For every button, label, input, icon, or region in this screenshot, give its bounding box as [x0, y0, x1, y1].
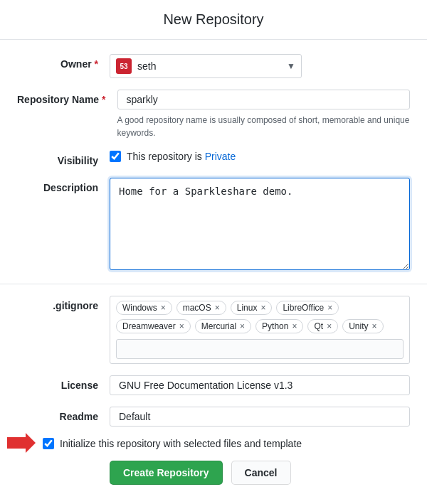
- tag-libreoffice[interactable]: LibreOffice×: [276, 301, 339, 315]
- create-repository-button[interactable]: Create Repository: [110, 461, 223, 485]
- tag-label-windows: Windows: [122, 303, 157, 313]
- description-label: Description: [17, 178, 110, 193]
- owner-avatar: 53: [116, 58, 132, 74]
- tag-macos[interactable]: macOS×: [176, 301, 226, 315]
- tag-label-macos: macOS: [183, 303, 211, 313]
- tag-label-libreoffice: LibreOffice: [283, 303, 324, 313]
- tag-remove-unity[interactable]: ×: [371, 322, 376, 331]
- description-group: Description Home for a Sparkleshare demo…: [0, 178, 427, 272]
- page-container: New Repository Owner * 53 seth ▼ Reposit…: [0, 0, 427, 504]
- tag-label-dreamweaver: Dreamweaver: [122, 321, 176, 331]
- tag-remove-qt[interactable]: ×: [327, 322, 332, 331]
- owner-name-text: seth: [137, 60, 284, 72]
- divider: [0, 284, 427, 284]
- svg-marker-0: [7, 433, 36, 453]
- visibility-content: This repository is Private: [110, 151, 410, 162]
- tag-qt[interactable]: Qt×: [307, 319, 338, 333]
- owner-group: Owner * 53 seth ▼: [0, 54, 427, 78]
- readme-label: Readme: [17, 407, 110, 422]
- gitignore-tags-container: Windows×macOS×Linux×LibreOffice×Dreamwea…: [110, 296, 410, 364]
- license-input[interactable]: [110, 375, 410, 395]
- license-label: License: [17, 375, 110, 391]
- init-checkbox[interactable]: [43, 438, 54, 449]
- gitignore-label: .gitignore: [17, 296, 110, 311]
- tag-remove-mercurial[interactable]: ×: [240, 322, 245, 331]
- visibility-group: Visibility This repository is Private: [0, 151, 427, 166]
- tag-remove-windows[interactable]: ×: [161, 304, 166, 312]
- description-content: Home for a Sparkleshare demo.: [110, 178, 410, 272]
- visibility-label: Visibility: [17, 151, 110, 166]
- visibility-row: This repository is Private: [110, 151, 410, 162]
- tag-remove-libreoffice[interactable]: ×: [327, 304, 332, 312]
- tag-dreamweaver[interactable]: Dreamweaver×: [116, 319, 191, 333]
- readme-input[interactable]: [110, 407, 410, 427]
- gitignore-search-input[interactable]: [116, 339, 404, 359]
- license-content: [110, 375, 410, 395]
- red-arrow-icon: [7, 433, 36, 455]
- page-title: New Repository: [0, 0, 427, 40]
- cancel-button[interactable]: Cancel: [231, 461, 291, 485]
- owner-label: Owner *: [17, 54, 110, 70]
- description-textarea[interactable]: Home for a Sparkleshare demo.: [110, 178, 410, 270]
- tag-unity[interactable]: Unity×: [342, 319, 383, 333]
- readme-content: [110, 407, 410, 427]
- tag-label-python: Python: [262, 321, 288, 331]
- private-link[interactable]: Private: [205, 151, 236, 162]
- tag-mercurial[interactable]: Mercurial×: [195, 319, 251, 333]
- chevron-down-icon: ▼: [287, 61, 295, 71]
- gitignore-tags: Windows×macOS×Linux×LibreOffice×Dreamwea…: [116, 301, 404, 333]
- tag-label-qt: Qt: [314, 321, 323, 331]
- init-text: Initialize this repository with selected…: [60, 438, 302, 449]
- gitignore-group: .gitignore Windows×macOS×Linux×LibreOffi…: [0, 296, 427, 364]
- tag-remove-python[interactable]: ×: [292, 322, 297, 331]
- tag-windows[interactable]: Windows×: [116, 301, 172, 315]
- readme-group: Readme: [0, 407, 427, 427]
- gitignore-content: Windows×macOS×Linux×LibreOffice×Dreamwea…: [110, 296, 410, 364]
- actions-row: Create Repository Cancel: [93, 449, 427, 485]
- repo-name-group: Repository Name * A good repository name…: [0, 90, 427, 139]
- tag-python[interactable]: Python×: [255, 319, 303, 333]
- tag-remove-macos[interactable]: ×: [215, 304, 220, 312]
- repo-name-help: A good repository name is usually compos…: [117, 114, 411, 139]
- repo-name-label: Repository Name *: [17, 90, 117, 105]
- tag-remove-dreamweaver[interactable]: ×: [179, 322, 184, 331]
- repo-name-content: A good repository name is usually compos…: [117, 90, 411, 139]
- tag-remove-linux[interactable]: ×: [260, 304, 265, 312]
- owner-content: 53 seth ▼: [110, 54, 410, 78]
- repo-name-input[interactable]: [117, 90, 411, 109]
- init-row: Initialize this repository with selected…: [0, 438, 427, 449]
- license-group: License: [0, 375, 427, 395]
- owner-select[interactable]: 53 seth ▼: [110, 54, 302, 78]
- visibility-checkbox[interactable]: [110, 151, 121, 162]
- tag-label-mercurial: Mercurial: [201, 321, 236, 331]
- tag-label-linux: Linux: [237, 303, 258, 313]
- tag-label-unity: Unity: [349, 321, 368, 331]
- tag-linux[interactable]: Linux×: [231, 301, 273, 315]
